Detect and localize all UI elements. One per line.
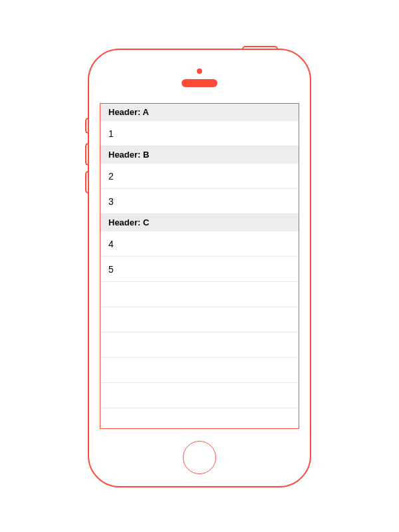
screen[interactable]: Header: A1Header: B23Header: C45 <box>100 103 299 429</box>
phone-frame: Header: A1Header: B23Header: C45 <box>88 49 311 487</box>
section-header: Header: A <box>100 104 299 121</box>
list-row[interactable]: 1 <box>100 121 299 146</box>
list-row[interactable]: 2 <box>100 164 299 189</box>
list-row-empty <box>100 383 299 408</box>
list-row-empty <box>100 358 299 383</box>
camera-icon <box>197 68 202 74</box>
list-row[interactable]: 5 <box>100 257 299 282</box>
section-header: Header: B <box>100 146 299 164</box>
list-row-empty <box>100 307 299 332</box>
list-row-empty <box>100 408 299 429</box>
list-row[interactable]: 4 <box>100 231 299 257</box>
canvas: Header: A1Header: B23Header: C45 <box>0 0 399 532</box>
mute-switch-icon <box>85 118 89 134</box>
volume-up-icon <box>85 143 89 166</box>
list-row-empty <box>100 332 299 358</box>
speaker-icon <box>182 79 217 87</box>
section-header: Header: C <box>100 214 299 231</box>
list-row[interactable]: 3 <box>100 189 299 214</box>
volume-down-icon <box>85 171 89 194</box>
power-button-icon <box>242 46 278 50</box>
list-row-empty <box>100 282 299 307</box>
home-button[interactable] <box>183 441 216 474</box>
